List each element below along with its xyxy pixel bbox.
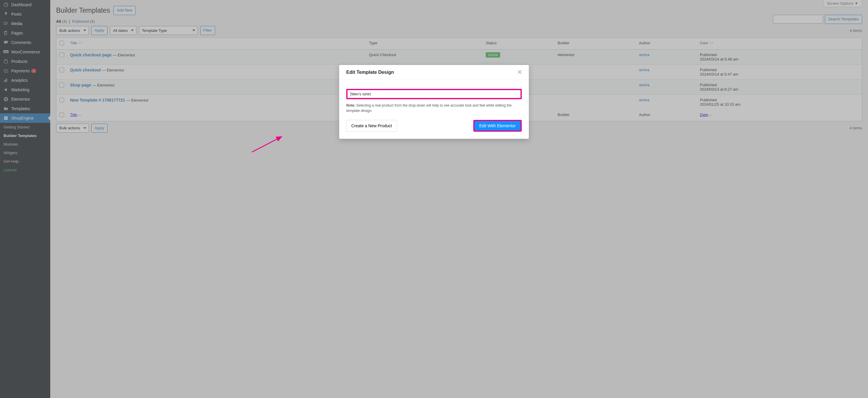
close-icon <box>518 70 522 74</box>
chevron-down-icon: ⌄ <box>515 92 517 96</box>
edit-with-elementor-button[interactable]: Edit With Elementor <box>473 120 522 132</box>
annotation-arrow <box>251 134 286 155</box>
product-select-value: Men's tshirt <box>350 92 371 96</box>
modal-note: Note: Selecting a real product from the … <box>346 103 522 113</box>
modal-overlay: Edit Template Design Men's tshirt ⌄ Note… <box>0 0 868 398</box>
modal-close-button[interactable] <box>518 70 522 75</box>
create-new-product-button[interactable]: Create a New Product <box>346 120 397 132</box>
edit-template-modal: Edit Template Design Men's tshirt ⌄ Note… <box>339 65 529 139</box>
svg-line-20 <box>252 137 282 152</box>
product-select[interactable]: Men's tshirt ⌄ <box>346 89 522 99</box>
modal-title: Edit Template Design <box>346 70 394 75</box>
